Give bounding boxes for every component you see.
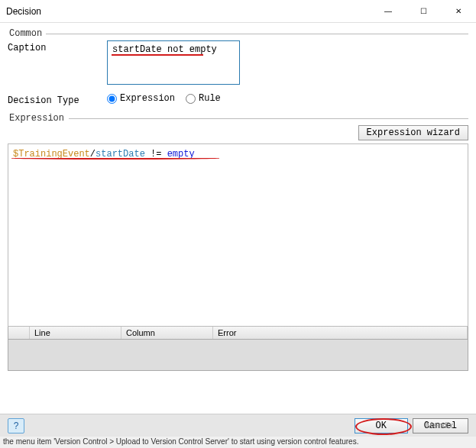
error-table: Line Column Error: [8, 327, 468, 371]
statusbar: the menu item 'Version Control > Upload …: [0, 437, 476, 448]
decision-type-label: Decision Type: [8, 93, 107, 106]
col-column[interactable]: Column: [121, 327, 213, 339]
help-icon: ?: [14, 421, 19, 431]
radio-expression[interactable]: Expression: [107, 93, 175, 104]
common-section: Common Caption Decision Type Expression …: [8, 27, 468, 106]
expression-editor[interactable]: $TrainingEvent/startDate != empty: [8, 143, 468, 327]
radio-expression-input[interactable]: [107, 94, 117, 104]
common-legend: Common: [8, 28, 44, 39]
close-button[interactable]: ✕: [441, 0, 476, 22]
error-table-header: Line Column Error: [8, 327, 468, 340]
radio-rule-input[interactable]: [186, 94, 196, 104]
col-line[interactable]: Line: [30, 327, 121, 339]
window-title: Decision: [6, 6, 371, 17]
ok-button[interactable]: OK: [355, 418, 408, 433]
annotation-underline: [11, 157, 219, 160]
caption-label: Caption: [8, 40, 107, 53]
maximize-button[interactable]: ☐: [406, 0, 441, 22]
radio-expression-label: Expression: [120, 93, 175, 104]
error-table-body: [8, 340, 468, 370]
annotation-underline: [112, 54, 203, 56]
col-icon[interactable]: [8, 327, 30, 339]
minimize-button[interactable]: —: [371, 0, 406, 22]
cancel-button[interactable]: Cancel: [413, 418, 468, 433]
radio-rule-label: Rule: [199, 93, 221, 104]
expression-wizard-button[interactable]: Expression wizard: [358, 125, 468, 140]
titlebar: Decision — ☐ ✕: [0, 0, 476, 23]
caption-input[interactable]: [107, 40, 240, 85]
expression-legend: Expression: [8, 113, 66, 124]
bottom-toolbar: ? OK Cancel: [0, 414, 476, 437]
radio-rule[interactable]: Rule: [186, 93, 221, 104]
expression-section: Expression Expression wizard $TrainingEv…: [8, 112, 468, 371]
col-error[interactable]: Error: [213, 327, 468, 339]
help-button[interactable]: ?: [8, 418, 24, 433]
window-controls: — ☐ ✕: [371, 0, 476, 22]
